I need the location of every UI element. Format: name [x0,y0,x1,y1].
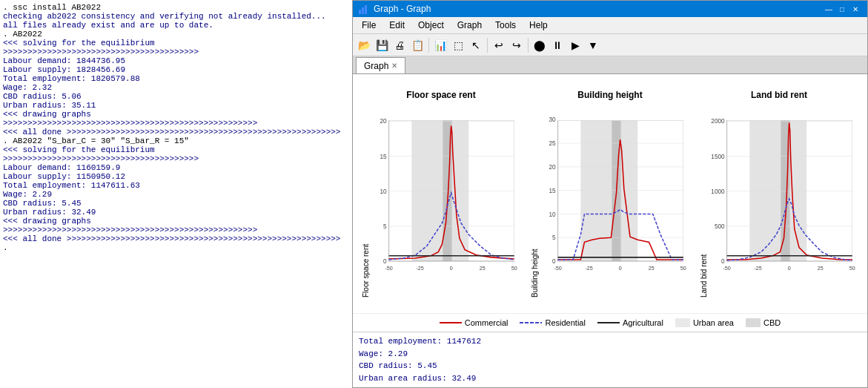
svg-text:25: 25 [480,266,486,272]
window-title: Graph - Graph [374,4,431,14]
pointer-toolbar-button[interactable]: ↖ [468,37,484,53]
svg-text:25: 25 [818,266,824,272]
menu-item-help[interactable]: Help [523,19,554,32]
svg-text:5: 5 [383,223,387,230]
menu-item-object[interactable]: Object [412,19,450,32]
svg-text:500: 500 [715,223,725,230]
floor-space-chart: Floor space rent Floor space rent [360,90,522,297]
svg-text:-25: -25 [754,266,761,272]
svg-text:1000: 1000 [711,188,725,195]
svg-rect-26 [580,120,637,261]
svg-text:50: 50 [680,266,686,272]
status-line: Wage: 2.29 [359,348,861,361]
title-bar-controls: — □ ✕ [823,3,861,15]
legend-residential: Residential [520,318,585,327]
svg-text:0: 0 [721,258,725,265]
menu-item-edit[interactable]: Edit [383,19,411,32]
chart1-title: Floor space rent [406,90,475,100]
redo-toolbar-button[interactable]: ↪ [508,37,525,53]
svg-text:0: 0 [383,258,387,265]
menu-bar: FileEditObjectGraphToolsHelp [353,17,867,34]
svg-text:0: 0 [788,266,791,272]
title-bar-left: Graph - Graph [359,4,431,14]
menu-item-tools[interactable]: Tools [489,19,522,32]
legend-cbd: CBD [746,318,781,327]
status-bar: Total employment: 1147612Wage: 2.29CBD r… [353,332,867,387]
agricultural-line-icon [597,319,620,326]
svg-text:0: 0 [450,266,453,272]
svg-text:-25: -25 [585,266,592,272]
print-toolbar-button[interactable]: 🖨 [391,37,408,53]
svg-text:2000: 2000 [711,118,725,125]
legend-commercial-label: Commercial [465,318,508,327]
tab-close-button[interactable]: ✕ [391,62,397,70]
tab-label: Graph [364,61,388,71]
building-height-chart: Building height Building height [529,90,691,297]
record-toolbar-button[interactable]: ⬤ [531,37,548,53]
pause-toolbar-button[interactable]: ⏸ [549,37,566,53]
tab-bar: Graph ✕ [353,56,867,74]
undo-toolbar-button[interactable]: ↩ [491,37,507,53]
app-icon [359,4,369,14]
svg-rect-52 [749,120,806,261]
legend-urban-label: Urban area [693,318,734,327]
legend-urban-area: Urban area [675,318,734,327]
svg-text:1500: 1500 [711,154,725,160]
chart1-svg: 0 5 10 15 20 [370,103,522,297]
dropdown-toolbar-button[interactable]: ▼ [585,37,601,53]
legend-agricultural: Agricultural [597,318,663,327]
chart-toolbar-button[interactable]: 📊 [432,37,448,53]
residential-line-icon [520,319,542,326]
legend-cbd-label: CBD [763,318,781,327]
svg-rect-2 [365,5,367,14]
status-line: CBD radius: 5.45 [359,360,861,372]
svg-text:-50: -50 [554,266,561,272]
svg-text:10: 10 [549,211,556,218]
graph-window: Graph - Graph — □ ✕ FileEditObjectGraphT… [352,0,868,388]
svg-text:50: 50 [511,266,517,272]
chart3-ylabel: Land bid rent [698,103,708,297]
svg-text:15: 15 [380,154,387,160]
menu-item-graph[interactable]: Graph [451,19,488,32]
svg-text:-50: -50 [385,266,392,272]
urban-area-swatch [675,318,690,327]
maximize-button[interactable]: □ [836,3,848,15]
status-line: Urban area radius: 32.49 [359,372,861,385]
chart2-svg-wrapper: 0 5 10 15 20 25 30 [539,103,691,297]
svg-text:-25: -25 [416,266,423,272]
minimize-button[interactable]: — [823,3,835,15]
svg-text:0: 0 [619,266,622,272]
save-toolbar-button[interactable]: 💾 [374,37,390,53]
svg-rect-0 [359,10,361,14]
legend-residential-label: Residential [545,318,585,327]
toolbar: 📂💾🖨📋📊⬚↖↩↪⬤⏸▶▼ [353,34,867,56]
svg-text:30: 30 [549,116,556,123]
cbd-swatch [746,318,761,327]
svg-text:15: 15 [549,188,556,194]
svg-text:5: 5 [552,234,556,241]
toolbar-separator-7 [487,38,488,53]
svg-rect-1 [362,7,364,14]
svg-text:0: 0 [552,258,556,265]
legend-agricultural-label: Agricultural [623,318,663,327]
chart3-svg-wrapper: 0 500 1000 1500 2000 [708,103,860,297]
select-toolbar-button[interactable]: ⬚ [450,37,466,53]
status-line: Total employment: 1147612 [359,335,861,348]
svg-text:-50: -50 [723,266,730,272]
chart1-ylabel: Floor space rent [360,103,370,297]
toolbar-separator-9 [528,38,529,53]
menu-item-file[interactable]: File [356,19,382,32]
chart3-svg: 0 500 1000 1500 2000 [708,103,860,297]
play-toolbar-button[interactable]: ▶ [567,37,583,53]
copy-toolbar-button[interactable]: 📋 [409,37,425,53]
graph-content: Floor space rent Floor space rent [353,74,867,387]
svg-text:20: 20 [549,164,556,171]
open-toolbar-button[interactable]: 📂 [356,37,372,53]
chart2-svg: 0 5 10 15 20 25 30 [539,103,691,297]
chart1-svg-wrapper: 0 5 10 15 20 [370,103,522,297]
commercial-line-icon [440,319,462,326]
legend: Commercial Residential Agricultural Urba… [353,313,867,332]
close-button[interactable]: ✕ [849,3,861,15]
svg-text:25: 25 [549,140,556,147]
graph-tab[interactable]: Graph ✕ [356,57,405,73]
